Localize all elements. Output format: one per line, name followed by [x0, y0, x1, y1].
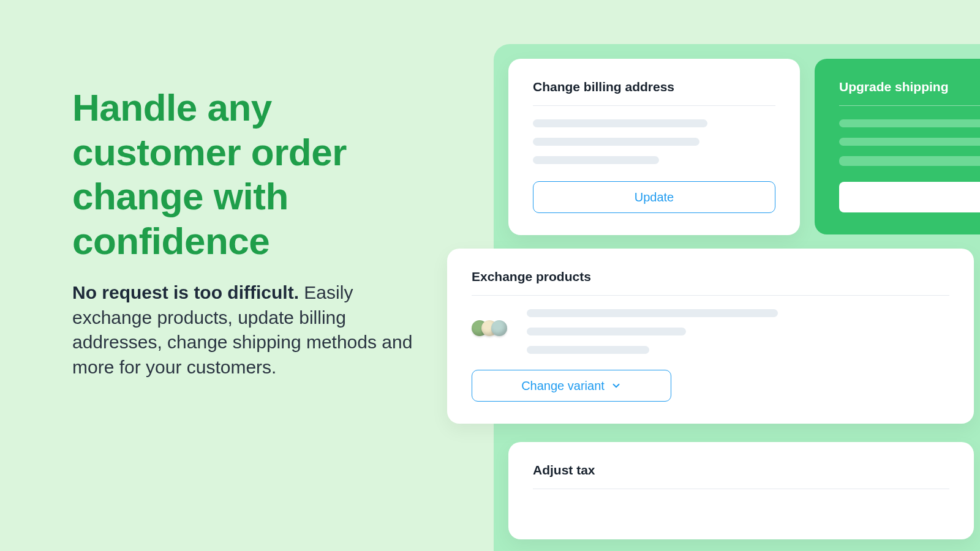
card-billing-title: Change billing address	[533, 80, 775, 106]
skeleton-line	[533, 119, 707, 127]
hero-lead: No request is too difficult.	[72, 282, 299, 302]
skeleton-line	[839, 119, 980, 127]
skeleton-line	[527, 328, 686, 335]
mock-stage: Change billing address Update Upgrade sh…	[494, 44, 980, 551]
shipping-input-placeholder[interactable]	[839, 182, 980, 212]
change-variant-button[interactable]: Change variant	[472, 370, 671, 402]
product-thumbnail	[472, 312, 511, 336]
shipping-skeleton	[839, 119, 980, 166]
hero-headline: Handle any customer order change with co…	[72, 86, 415, 263]
card-shipping: Upgrade shipping	[815, 59, 980, 234]
card-tax: Adjust tax	[508, 442, 974, 539]
update-button[interactable]: Update	[533, 181, 775, 213]
card-exchange-title: Exchange products	[472, 269, 949, 296]
card-billing: Change billing address Update	[508, 59, 800, 235]
billing-skeleton	[533, 119, 775, 164]
card-shipping-title: Upgrade shipping	[839, 80, 980, 106]
hero-subcopy: No request is too difficult. Easily exch…	[72, 280, 415, 380]
skeleton-line	[839, 138, 980, 146]
skeleton-line	[533, 138, 699, 146]
skeleton-line	[839, 156, 980, 166]
chevron-down-icon	[611, 380, 622, 391]
hero-copy: Handle any customer order change with co…	[72, 86, 415, 380]
card-tax-title: Adjust tax	[533, 463, 949, 489]
skeleton-line	[533, 156, 659, 164]
card-exchange: Exchange products Change variant	[447, 249, 974, 424]
update-button-label: Update	[635, 190, 674, 204]
exchange-skeleton	[527, 309, 778, 354]
change-variant-label: Change variant	[521, 379, 605, 393]
skeleton-line	[527, 346, 649, 354]
skeleton-line	[527, 309, 778, 317]
product-ball-icon	[491, 320, 507, 336]
